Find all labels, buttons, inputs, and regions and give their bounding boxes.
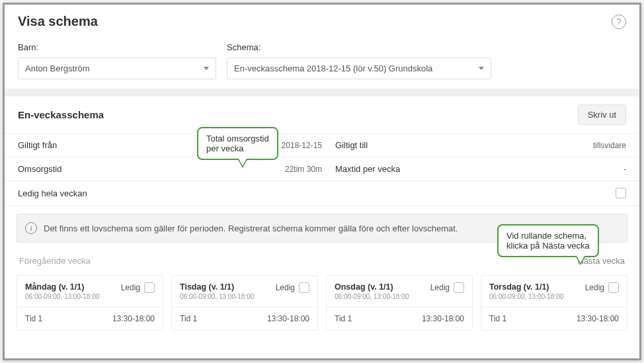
time-label: Tid 1: [180, 314, 197, 323]
help-icon[interactable]: ?: [612, 15, 626, 29]
day-ledig-label: Ledig: [430, 283, 450, 292]
day-title: Måndag (v. 1/1): [25, 282, 99, 292]
day-card-monday: Måndag (v. 1/1) 06:00-09:00, 13:00-18:00…: [17, 275, 163, 331]
max-label: Maxtid per vecka: [335, 164, 400, 174]
time-value: 13:30-18:00: [267, 314, 309, 323]
info-icon: i: [25, 222, 37, 234]
valid-to-value: tillsvidare: [593, 141, 626, 150]
day-subtitle: 06:00-09:00, 13:00-18:00: [335, 293, 409, 300]
time-label: Tid 1: [25, 314, 42, 323]
chevron-down-icon: [204, 67, 209, 70]
barn-label: Barn:: [18, 42, 216, 52]
ledig-week-checkbox[interactable]: [616, 188, 626, 198]
filter-schema: Schema: En-veckasschema 2018-12-15 (lör …: [227, 42, 491, 79]
window: Visa schema ? Barn: Anton Bergström Sche…: [3, 3, 641, 360]
filter-bar: Barn: Anton Bergström Schema: En-veckass…: [5, 36, 639, 97]
callout-next-week: Vid rullande schema, klicka på Nästa vec…: [497, 224, 599, 257]
day-ledig-label: Ledig: [585, 283, 604, 292]
day-title: Torsdag (v. 1/1): [489, 282, 563, 292]
validity-row: Giltigt från 2018-12-15 Giltigt till til…: [5, 134, 639, 157]
care-value: 22tim 30m: [285, 165, 322, 174]
callout-total-care: Total omsorgstid per vecka: [197, 127, 278, 160]
schema-label: Schema:: [227, 42, 491, 52]
schema-select[interactable]: En-veckasschema 2018-12-15 (lör v.50) Gr…: [227, 58, 491, 79]
day-ledig-checkbox[interactable]: [144, 282, 155, 293]
ledig-week-label: Ledig hela veckan: [18, 188, 87, 198]
filter-barn: Barn: Anton Bergström: [18, 42, 216, 79]
time-label: Tid 1: [489, 314, 506, 323]
care-row: Omsorgstid 22tim 30m Maxtid per vecka -: [5, 157, 639, 181]
day-subtitle: 06:00-09:00, 13:00-18:00: [25, 293, 99, 300]
barn-select[interactable]: Anton Bergström: [18, 58, 216, 79]
valid-to-label: Giltigt till: [335, 140, 368, 150]
time-value: 13:30-18:00: [112, 314, 155, 323]
callout-line: per vecka: [206, 143, 269, 153]
max-value: -: [624, 165, 626, 174]
time-label: Tid 1: [335, 314, 352, 323]
valid-from-label: Giltigt från: [18, 140, 57, 150]
callout-line: Vid rullande schema,: [506, 231, 590, 241]
callout-line: klicka på Nästa vecka: [506, 241, 590, 251]
schedule-title: En-veckasschema: [18, 109, 104, 120]
chevron-down-icon: [479, 67, 484, 70]
barn-value: Anton Bergström: [25, 63, 90, 73]
day-title: Tisdag (v. 1/1): [180, 282, 254, 292]
callout-tail-icon: [237, 159, 248, 168]
day-card-thursday: Torsdag (v. 1/1) 06:00-09:00, 13:00-18:0…: [481, 275, 627, 331]
time-value: 13:30-18:00: [422, 314, 464, 323]
prev-week-link: Föregående vecka: [19, 256, 91, 266]
day-ledig-checkbox[interactable]: [299, 282, 309, 293]
print-button[interactable]: Skriv ut: [578, 104, 626, 125]
ledig-week-row: Ledig hela veckan: [5, 181, 639, 206]
schema-value: En-veckasschema 2018-12-15 (lör v.50) Gr…: [234, 63, 432, 73]
day-ledig-label: Ledig: [276, 283, 295, 292]
day-title: Onsdag (v. 1/1): [335, 282, 409, 292]
schedule-heading-bar: En-veckasschema Skriv ut: [5, 97, 639, 134]
page-header: Visa schema ?: [5, 5, 639, 36]
day-subtitle: 06:00-09:00, 13:00-18:00: [180, 293, 254, 300]
callout-line: Total omsorgstid: [206, 134, 269, 143]
time-value: 13:30-18:00: [577, 314, 619, 323]
day-cards: Måndag (v. 1/1) 06:00-09:00, 13:00-18:00…: [5, 275, 639, 331]
day-card-wednesday: Onsdag (v. 1/1) 06:00-09:00, 13:00-18:00…: [326, 275, 473, 331]
day-ledig-checkbox[interactable]: [454, 282, 464, 293]
day-ledig-checkbox[interactable]: [608, 282, 619, 293]
day-ledig-label: Ledig: [121, 283, 140, 292]
valid-from-value: 2018-12-15: [282, 141, 322, 150]
page-title: Visa schema: [18, 14, 98, 29]
notice-text: Det finns ett lovschema som gäller för p…: [44, 223, 458, 233]
callout-tail-icon: [575, 256, 586, 265]
day-subtitle: 06:00-09:00, 13:00-18:00: [489, 293, 563, 300]
day-card-tuesday: Tisdag (v. 1/1) 06:00-09:00, 13:00-18:00…: [171, 275, 318, 331]
care-label: Omsorgstid: [18, 164, 61, 174]
